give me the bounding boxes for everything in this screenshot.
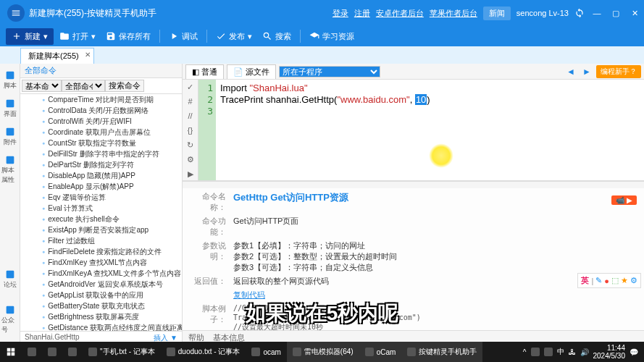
svg-rect-5 bbox=[6, 306, 14, 314]
taskbar-item[interactable]: oCam bbox=[359, 342, 402, 362]
tree-item[interactable]: execute 执行shell命令 bbox=[20, 214, 182, 224]
maximize-button[interactable]: ▢ bbox=[609, 7, 622, 20]
taskbar-item[interactable]: ocam bbox=[246, 342, 286, 362]
taskbar-item[interactable]: "手机.txt - 记事本 bbox=[83, 342, 161, 362]
left-nav-5[interactable]: 公众号 bbox=[1, 301, 19, 337]
taskbar-item[interactable] bbox=[22, 342, 42, 362]
left-nav-4[interactable]: 论坛 bbox=[1, 266, 19, 292]
strip-icon[interactable]: ⚙ bbox=[185, 155, 196, 165]
ed-tab-source[interactable]: 📄 源文件 bbox=[227, 64, 276, 79]
strip-icon[interactable]: // bbox=[185, 111, 196, 122]
strip-icon[interactable]: ✓ bbox=[185, 83, 196, 93]
next-button[interactable]: ► bbox=[580, 65, 593, 78]
minimize-button[interactable]: — bbox=[590, 7, 603, 20]
svg-rect-4 bbox=[6, 271, 14, 279]
taskbar-item[interactable] bbox=[62, 342, 83, 362]
tree-item[interactable]: FindXmlKey 查找XML节点内容 bbox=[20, 257, 182, 268]
taskbar-item[interactable]: 按键精灵手机助手 bbox=[401, 342, 482, 362]
help-button[interactable]: 编程新手？ bbox=[596, 65, 641, 78]
clock-date: 2024/5/30 bbox=[593, 352, 626, 360]
strip-icon[interactable]: ▶ bbox=[185, 169, 196, 180]
tree-header: 全部命令 bbox=[20, 64, 182, 78]
tree-item[interactable]: ControlData 关闭/开启数据网络 bbox=[20, 105, 182, 116]
tree-item[interactable]: CompareTime 对比时间是否到期 bbox=[20, 94, 182, 105]
tree-item[interactable]: FindFileDelete 搜索指定路径的文件 bbox=[20, 246, 182, 257]
tree-item[interactable]: DelPartStr 删除指定列字符 bbox=[20, 159, 182, 170]
tree-item[interactable]: Filter 过滤数组 bbox=[20, 235, 182, 246]
tree-item[interactable]: ExistApp 判断是否安装指定app bbox=[20, 224, 182, 235]
ed-tab-normal[interactable]: ◧ 普通 bbox=[185, 64, 224, 79]
taskbar-item[interactable]: duoduo.txt - 记事本 bbox=[161, 342, 246, 362]
strip-icon[interactable]: {} bbox=[185, 126, 196, 136]
tree-item[interactable]: GetAppList 获取设备中的应用 bbox=[20, 290, 182, 300]
tree-item[interactable]: GetDistance 获取两点经纬度之间直线距离 bbox=[20, 322, 182, 331]
learn-button[interactable]: 学习资源 bbox=[305, 30, 359, 43]
link-ios[interactable]: 苹果作者后台 bbox=[430, 8, 477, 19]
start-button[interactable] bbox=[0, 342, 22, 362]
svg-rect-2 bbox=[6, 128, 14, 136]
tray-icon[interactable] bbox=[544, 348, 553, 356]
left-nav-1[interactable]: 界面 bbox=[1, 95, 19, 122]
sub-select[interactable]: 所在子程序 bbox=[279, 66, 380, 77]
search-cmd-button[interactable]: 搜索命令 bbox=[105, 80, 144, 92]
ime-toolbar[interactable]: 英 | ✎●⬚★⚙ bbox=[577, 273, 641, 288]
category-select[interactable]: 基本命令 bbox=[22, 80, 62, 92]
left-nav-0[interactable]: 脚本 bbox=[1, 67, 19, 93]
new-button[interactable]: 新建 ▾ bbox=[6, 28, 54, 45]
link-login[interactable]: 登录 bbox=[333, 8, 348, 19]
svg-rect-1 bbox=[6, 100, 14, 108]
menu-button[interactable] bbox=[7, 4, 25, 22]
debug-button[interactable]: 调试 bbox=[164, 30, 202, 43]
taskbar-item[interactable]: 雷电模拟器(64) bbox=[287, 342, 359, 362]
open-button[interactable]: 打开 ▾ bbox=[55, 30, 100, 43]
close-button[interactable]: ✕ bbox=[628, 7, 641, 20]
strip-icon[interactable]: ↻ bbox=[185, 140, 196, 151]
release-button[interactable]: 发布 ▾ bbox=[212, 30, 256, 43]
svg-rect-3 bbox=[6, 156, 14, 164]
tray-net[interactable]: 🖧 bbox=[569, 348, 576, 356]
tree-item[interactable]: EnableApp 显示(解禁)APP bbox=[20, 181, 182, 192]
sync-icon[interactable] bbox=[574, 8, 585, 18]
script-tab[interactable]: 新建脚本(255) ✕ bbox=[20, 48, 94, 64]
h-scrollbar[interactable] bbox=[183, 181, 644, 188]
tree-item[interactable]: FindXmlKeyA 查找XML文件多个节点内容 bbox=[20, 268, 182, 279]
svg-rect-0 bbox=[6, 72, 14, 80]
tree-item[interactable]: ControlWifi 关闭/开启WIFI bbox=[20, 116, 182, 127]
news-badge[interactable]: 新闻 bbox=[483, 7, 511, 20]
tree-item[interactable]: DisableApp 隐藏(禁用)APP bbox=[20, 170, 182, 181]
link-android[interactable]: 安卓作者后台 bbox=[376, 8, 424, 19]
code-editor[interactable]: Import "ShanHai.lua" TracePrint shanhai.… bbox=[216, 80, 644, 180]
tree-item[interactable]: GetAndroidVer 返回安卓系统版本号 bbox=[20, 279, 182, 290]
strip-icon[interactable]: # bbox=[185, 97, 196, 107]
tree-item[interactable]: Eval 计算算式 bbox=[20, 203, 182, 214]
prev-button[interactable]: ◄ bbox=[564, 65, 577, 78]
tray-vol[interactable]: 🔊 bbox=[580, 348, 589, 356]
tray-icon[interactable] bbox=[531, 348, 540, 356]
tree-item[interactable]: DelFillStr 删除字符串中指定的字符 bbox=[20, 148, 182, 159]
tray-up[interactable]: ^ bbox=[523, 348, 527, 356]
left-nav-2[interactable]: 附件 bbox=[1, 123, 19, 150]
window-title: 新建脚本(255)-按键精灵手机助手 bbox=[29, 7, 156, 20]
search-button[interactable]: 搜索 bbox=[258, 30, 296, 43]
clock-time: 11:44 bbox=[593, 344, 626, 352]
tray-notif[interactable]: 💬 bbox=[630, 348, 638, 356]
close-tab-icon[interactable]: ✕ bbox=[85, 51, 91, 59]
tree-item[interactable]: GetBatteryState 获取充电状态 bbox=[20, 300, 182, 311]
link-register[interactable]: 注册 bbox=[354, 8, 370, 19]
tree-item[interactable]: Eqv 逻辑等价运算 bbox=[20, 192, 182, 203]
tray-ime[interactable]: 中 bbox=[557, 347, 564, 357]
user-info: sencong Lv-13 bbox=[517, 9, 569, 17]
tree-item[interactable]: GetBrightness 获取屏幕亮度 bbox=[20, 311, 182, 322]
left-nav-3[interactable]: 脚本属性 bbox=[1, 151, 19, 188]
tree-item[interactable]: Coordinate 获取用户点击屏幕位 bbox=[20, 127, 182, 138]
video-badge[interactable]: 📹 ▶ bbox=[611, 195, 637, 205]
tree-item[interactable]: CountStr 获取指定字符数量 bbox=[20, 138, 182, 148]
taskbar-item[interactable] bbox=[42, 342, 62, 362]
category-value[interactable]: 全部命令 bbox=[62, 80, 105, 92]
copy-code-1[interactable]: 复制代码 bbox=[233, 290, 265, 300]
save-button[interactable]: 保存所有 bbox=[101, 30, 155, 43]
